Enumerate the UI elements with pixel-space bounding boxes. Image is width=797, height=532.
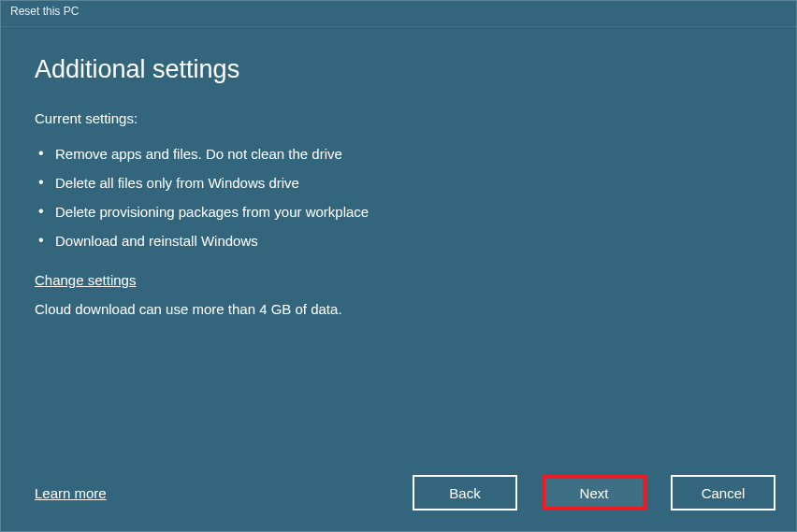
list-item: Delete provisioning packages from your w… <box>38 197 762 226</box>
next-button[interactable]: Next <box>542 475 646 510</box>
current-settings-label: Current settings: <box>35 110 762 126</box>
cloud-download-note: Cloud download can use more than 4 GB of… <box>35 301 762 317</box>
reset-pc-window: Reset this PC Additional settings Curren… <box>0 0 797 532</box>
list-item: Download and reinstall Windows <box>38 226 762 255</box>
list-item: Delete all files only from Windows drive <box>38 168 762 197</box>
footer: Learn more Back Next Cancel <box>35 475 775 510</box>
button-row: Back Next Cancel <box>413 475 775 510</box>
settings-list: Remove apps and files. Do not clean the … <box>35 139 762 255</box>
window-title: Reset this PC <box>10 5 79 18</box>
change-settings-link[interactable]: Change settings <box>35 272 136 288</box>
list-item: Remove apps and files. Do not clean the … <box>38 139 762 168</box>
learn-more-link[interactable]: Learn more <box>35 485 107 501</box>
content-area: Additional settings Current settings: Re… <box>1 27 796 336</box>
back-button[interactable]: Back <box>413 475 517 510</box>
cancel-button[interactable]: Cancel <box>671 475 775 510</box>
page-heading: Additional settings <box>35 55 762 84</box>
window-titlebar: Reset this PC <box>1 1 796 27</box>
